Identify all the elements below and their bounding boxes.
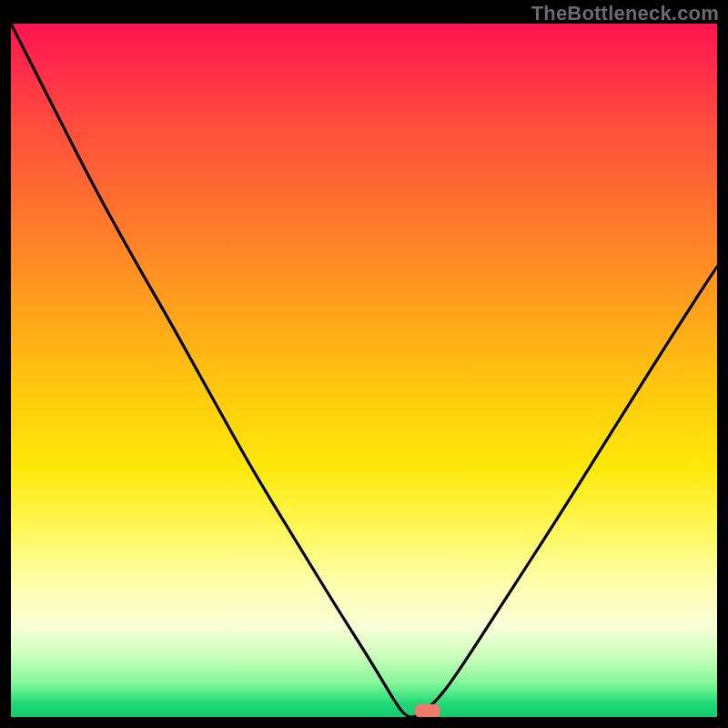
watermark-text: TheBottleneck.com	[531, 2, 719, 25]
chart-frame: TheBottleneck.com	[0, 0, 728, 728]
minimum-marker	[415, 704, 440, 717]
plot-area	[11, 24, 717, 717]
curve-layer	[11, 24, 717, 717]
bottleneck-curve	[11, 24, 717, 717]
